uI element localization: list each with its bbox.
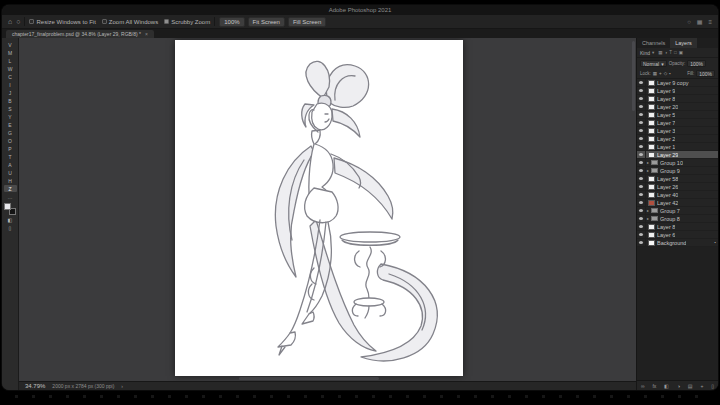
- visibility-toggle[interactable]: [637, 95, 646, 102]
- zoom-all-windows-checkbox[interactable]: Zoom All Windows: [102, 19, 158, 25]
- new-layer-icon[interactable]: +: [700, 383, 703, 389]
- layer-name[interactable]: Background: [657, 240, 686, 246]
- layer-name[interactable]: Group 7: [660, 208, 680, 214]
- visibility-toggle[interactable]: [637, 135, 646, 142]
- visibility-toggle[interactable]: [637, 239, 646, 246]
- layer-name[interactable]: Layer 6: [657, 232, 675, 238]
- pen-tool[interactable]: P: [4, 145, 17, 152]
- layer-name[interactable]: Layer 9 copy: [657, 80, 689, 86]
- quick-selection-tool[interactable]: W: [4, 65, 17, 72]
- layer-thumbnail[interactable]: [648, 136, 655, 142]
- layer-row[interactable]: ▸ Layer 58 ▪: [637, 175, 718, 183]
- visibility-toggle[interactable]: [637, 175, 646, 182]
- fill-screen-button[interactable]: Fill Screen: [288, 17, 326, 27]
- layer-thumbnail[interactable]: [648, 240, 655, 246]
- healing-brush-tool[interactable]: J: [4, 89, 17, 96]
- search-icon[interactable]: ○: [687, 19, 691, 25]
- visibility-toggle[interactable]: [637, 207, 646, 214]
- layer-name[interactable]: Layer 2: [657, 136, 675, 142]
- layer-thumbnail[interactable]: [648, 224, 655, 230]
- layer-thumbnail[interactable]: [651, 160, 658, 165]
- layer-name[interactable]: Group 8: [660, 216, 680, 222]
- layer-mask-icon[interactable]: ◧: [664, 383, 669, 389]
- layer-row[interactable]: ▸ Layer 2 ▪: [637, 135, 718, 143]
- visibility-toggle[interactable]: [637, 103, 646, 110]
- layer-name[interactable]: Layer 7: [657, 120, 675, 126]
- link-layers-icon[interactable]: ∞: [641, 383, 645, 389]
- layer-row[interactable]: ▸ Layer 20 ▪: [637, 103, 718, 111]
- layer-name[interactable]: Group 10: [660, 160, 683, 166]
- visibility-toggle[interactable]: [637, 143, 646, 150]
- layer-row[interactable]: ▸ Layer 8 ▪: [637, 223, 718, 231]
- workspace-icon[interactable]: ▦: [697, 18, 703, 25]
- layer-name[interactable]: Group 9: [660, 168, 680, 174]
- edit-toolbar-icon[interactable]: …: [4, 193, 17, 200]
- vertical-scrollbar[interactable]: [632, 41, 635, 111]
- visibility-toggle[interactable]: [637, 79, 646, 86]
- layer-name[interactable]: Layer 58: [657, 176, 678, 182]
- tab-channels[interactable]: Channels: [637, 38, 670, 48]
- lock-position-icon[interactable]: ◇: [664, 71, 667, 76]
- canvas-area[interactable]: [19, 38, 636, 381]
- status-chevron-icon[interactable]: ›: [121, 383, 123, 389]
- layer-style-icon[interactable]: fx: [652, 383, 656, 389]
- blend-mode-select[interactable]: Normal ▾: [640, 60, 667, 67]
- filter-adjustment-layers-icon[interactable]: ◑: [665, 50, 668, 55]
- layer-thumbnail[interactable]: [648, 112, 655, 118]
- layer-row[interactable]: ▸ Layer 26 ▪: [637, 183, 718, 191]
- shape-tool[interactable]: U: [4, 169, 17, 176]
- zoom-tool[interactable]: Z: [4, 185, 17, 192]
- visibility-toggle[interactable]: [637, 231, 646, 238]
- layer-name[interactable]: Layer 3: [657, 128, 675, 134]
- fill-field[interactable]: 100%: [696, 70, 715, 77]
- lasso-tool[interactable]: L: [4, 57, 17, 64]
- layer-thumbnail[interactable]: [648, 120, 655, 126]
- layer-row[interactable]: ▸ Layer 3 ▪: [637, 127, 718, 135]
- tab-layers[interactable]: Layers: [670, 38, 697, 48]
- layer-name[interactable]: Layer 1: [657, 144, 675, 150]
- layer-row[interactable]: ▸ Background ▪: [637, 239, 718, 247]
- scrubby-zoom-checkbox[interactable]: Scrubby Zoom: [164, 19, 210, 25]
- layer-name[interactable]: Layer 40: [657, 192, 678, 198]
- layer-thumbnail[interactable]: [648, 152, 655, 158]
- kind-filter-select[interactable]: Kind: [640, 50, 650, 56]
- group-expand-icon[interactable]: ▸: [647, 208, 649, 213]
- filter-type-layers-icon[interactable]: T: [669, 50, 672, 55]
- group-expand-icon[interactable]: ▸: [647, 160, 649, 165]
- visibility-toggle[interactable]: [637, 215, 646, 222]
- checkbox-icon[interactable]: [164, 19, 169, 24]
- zoom-level-field[interactable]: 34.79%: [25, 383, 45, 389]
- layer-thumbnail[interactable]: [651, 208, 658, 213]
- eyedropper-tool[interactable]: I: [4, 81, 17, 88]
- document-tab[interactable]: chapter17_finalproblem.psd @ 34.8% (Laye…: [6, 30, 154, 38]
- checkbox-icon[interactable]: [102, 19, 107, 24]
- group-expand-icon[interactable]: ▸: [647, 216, 649, 221]
- opacity-field[interactable]: 100%: [687, 60, 706, 67]
- filter-chevron-icon[interactable]: ▾: [652, 50, 654, 55]
- layer-thumbnail[interactable]: [651, 168, 658, 173]
- move-tool[interactable]: V: [4, 41, 17, 48]
- layer-row[interactable]: ▸ Group 8 ▪: [637, 215, 718, 223]
- hand-tool[interactable]: H: [4, 177, 17, 184]
- gradient-tool[interactable]: G: [4, 129, 17, 136]
- lock-transparency-icon[interactable]: ▦: [653, 71, 657, 76]
- layer-name[interactable]: Layer 5: [657, 112, 675, 118]
- visibility-toggle[interactable]: [637, 111, 646, 118]
- type-tool[interactable]: T: [4, 153, 17, 160]
- layer-thumbnail[interactable]: [648, 104, 655, 110]
- visibility-toggle[interactable]: [637, 159, 646, 166]
- group-expand-icon[interactable]: ▸: [647, 168, 649, 173]
- menu-icon[interactable]: ≡: [708, 19, 712, 25]
- lock-pixels-icon[interactable]: +: [659, 71, 662, 76]
- visibility-toggle[interactable]: [637, 191, 646, 198]
- layer-thumbnail[interactable]: [651, 216, 658, 221]
- path-selection-tool[interactable]: A: [4, 161, 17, 168]
- filter-smart-objects-icon[interactable]: ▣: [679, 50, 683, 55]
- quick-mask-icon[interactable]: ◧: [4, 216, 17, 223]
- layer-row[interactable]: ▸ Group 10 ▪: [637, 159, 718, 167]
- visibility-toggle[interactable]: [637, 127, 646, 134]
- layer-name[interactable]: Layer 8: [657, 96, 675, 102]
- delete-layer-icon[interactable]: ▯: [711, 383, 714, 389]
- brush-tool[interactable]: B: [4, 97, 17, 104]
- layer-thumbnail[interactable]: [648, 192, 655, 198]
